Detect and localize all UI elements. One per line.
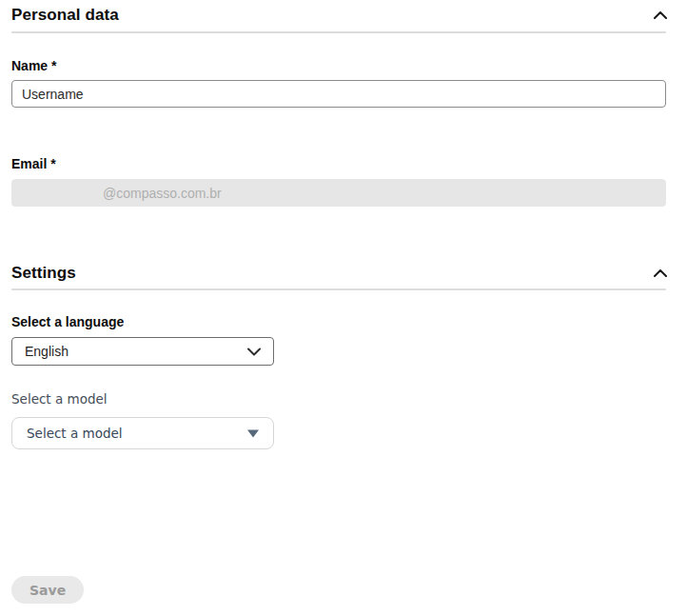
caret-down-icon (247, 429, 259, 438)
preferences-page: Personal data Name * Email * Settings Se… (0, 6, 687, 616)
model-label: Select a model (11, 392, 666, 406)
email-label: Email * (11, 157, 666, 170)
settings-section: Settings Select a language English Selec… (11, 264, 666, 449)
save-button[interactable]: Save (11, 576, 84, 604)
chevron-up-icon[interactable] (651, 6, 670, 25)
name-label: Name * (11, 59, 666, 72)
section-divider (11, 31, 666, 33)
section-title-personal-data: Personal data (11, 6, 119, 25)
chevron-down-icon (247, 348, 261, 356)
email-input[interactable] (11, 179, 666, 207)
personal-data-header[interactable]: Personal data (11, 6, 666, 25)
personal-data-section: Personal data Name * Email * (11, 6, 666, 207)
language-select[interactable]: English (11, 337, 274, 366)
section-divider (11, 288, 666, 290)
model-selected-value: Select a model (27, 426, 123, 441)
chevron-up-icon[interactable] (651, 264, 670, 283)
settings-header[interactable]: Settings (11, 264, 666, 283)
model-select[interactable]: Select a model (11, 417, 274, 449)
language-selected-value: English (25, 344, 69, 359)
section-title-settings: Settings (11, 264, 76, 283)
name-input[interactable] (11, 80, 666, 108)
language-label: Select a language (11, 315, 666, 328)
